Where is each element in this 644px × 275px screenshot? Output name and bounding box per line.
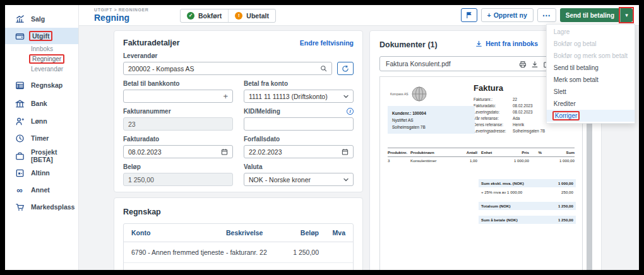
calendar-icon[interactable] — [342, 148, 349, 155]
sidebar: Salg Utgift Innboks Regninger Leverandør… — [5, 5, 79, 270]
pdf-cell-antall: 1,00 — [460, 158, 477, 163]
amount-value: 1 250,00 — [128, 176, 154, 184]
documents-title: Dokumenter (1) — [379, 40, 438, 49]
invoice-date-label: Fakturadato — [123, 136, 159, 143]
status-badge-label: Bokført — [198, 12, 222, 20]
sidebar-item-label: Regnskap — [31, 81, 63, 89]
sidebar-item-regnskap[interactable]: Regnskap — [5, 77, 78, 93]
send-to-payment-label: Send til betaling — [560, 8, 620, 22]
sidebar-subitem-innboks[interactable]: Innboks — [5, 44, 78, 54]
sidebar-item-annet[interactable]: ∞ Annet — [5, 182, 78, 198]
info-icon[interactable]: i — [347, 108, 354, 115]
pdf-col-pct: % — [529, 150, 542, 155]
chevron-down-icon — [343, 95, 349, 98]
sidebar-item-salg[interactable]: Salg — [5, 11, 78, 27]
download-icon[interactable] — [531, 61, 539, 68]
pdf-col-sum: Sum — [542, 150, 575, 155]
supplier-value: 200002 - Kompass AS — [128, 65, 194, 73]
print-icon[interactable] — [519, 61, 527, 68]
kid-message-input[interactable] — [244, 117, 354, 131]
document-file-name: Faktura Konsulent.pdf — [386, 60, 451, 67]
menu-item-slett[interactable]: Slett — [547, 86, 635, 98]
add-account-icon[interactable]: + — [223, 91, 228, 101]
pdf-total-value: 250,00 — [561, 190, 573, 194]
supplier-history-button[interactable] — [337, 62, 354, 75]
invoice-date-input[interactable]: 08.02.2023 — [123, 145, 233, 158]
pdf-cell-produktnavn: Konsulenttimer — [410, 158, 460, 163]
pdf-info-label: Fakturanr.: — [474, 97, 513, 103]
app-window: Salg Utgift Innboks Regninger Leverandør… — [5, 5, 639, 270]
sidebar-item-prosjekt[interactable]: Prosjekt [BETA] — [5, 148, 78, 164]
pdf-cell-sum: 1 000,00 — [542, 158, 575, 163]
menu-item-krediter[interactable]: Krediter — [547, 98, 635, 110]
menu-item-merk-som-betalt[interactable]: Merk som betalt — [547, 74, 635, 86]
menu-item-send-til-betaling[interactable]: Send til betaling — [547, 62, 635, 74]
person-icon — [15, 116, 25, 126]
pdf-info-label: Deres referanse: — [474, 122, 513, 128]
create-new-button[interactable]: + Opprett ny — [481, 8, 534, 22]
infinity-icon: ∞ — [15, 185, 25, 195]
create-new-label: Opprett ny — [494, 11, 527, 19]
sidebar-item-altinn[interactable]: Altinn — [5, 165, 78, 181]
table-row[interactable]: 200002 - Kompass AS *200002 - Kompass AS… — [124, 263, 353, 270]
ellipsis-icon: ⋯ — [542, 11, 551, 20]
pdf-info-value: 08.02.2023 — [513, 109, 545, 115]
sidebar-subitem-regninger[interactable]: Regninger — [5, 54, 78, 64]
sidebar-item-lonn[interactable]: Lønn — [5, 113, 78, 129]
screenshot-frame: Salg Utgift Innboks Regninger Leverandør… — [0, 0, 644, 275]
comment-flag-button[interactable] — [461, 8, 477, 22]
pdf-col-produktnr: Produktnr. — [388, 150, 410, 155]
accounting-title: Regnskap — [123, 208, 161, 216]
currency-select[interactable]: NOK - Norske kroner — [244, 173, 354, 186]
pdf-customer-box: Kundenr.: 100004 Nystiftet AS Solheimsga… — [388, 106, 475, 134]
accounting-table-header: Konto Beskrivelse Beløp Mva — [124, 224, 353, 242]
sidebar-item-label: Lønn — [31, 117, 47, 125]
plus-icon: + — [487, 11, 491, 19]
menu-item-korriger[interactable]: Korriger — [547, 110, 635, 122]
pdf-invoice-info: Fakturanr.:22 Fakturadato:08.02.2023 Lev… — [474, 97, 545, 134]
more-options-button[interactable]: ⋯ — [537, 8, 556, 22]
fetch-from-inbox-link[interactable]: Hent fra innboks — [475, 40, 538, 47]
pdf-logo: Kompass AS — [390, 86, 427, 102]
supplier-input[interactable]: 200002 - Kompass AS — [123, 62, 332, 75]
flag-icon — [465, 11, 473, 19]
chevron-down-icon[interactable]: ▾ — [620, 8, 633, 22]
menu-item-bokfor-og-betal: Bokfør og betal — [547, 38, 635, 50]
amount-input: 1 250,00 — [123, 173, 233, 186]
calendar-icon[interactable] — [221, 148, 228, 155]
status-badges: ✓ Bokført ! Ubetalt — [180, 9, 276, 23]
col-mva: Mva — [319, 229, 345, 237]
breadcrumb: UTGIFT > REGNINGER — [94, 8, 148, 12]
cell-beskrivelse: - fakturanr. 22 — [226, 249, 275, 256]
edit-field-view-link[interactable]: Endre feltvisning — [300, 39, 354, 47]
topbar: UTGIFT > REGNINGER Regning ✓ Bokført ! U… — [79, 5, 639, 26]
sidebar-item-label: Markedsplass — [31, 203, 75, 211]
sidebar-item-bank[interactable]: Bank — [5, 95, 78, 112]
pdf-info-value: 22 — [513, 97, 545, 103]
table-row[interactable]: 6790 - Annen fremmed tjeneste - fakturan… — [124, 242, 353, 263]
pay-to-account-input[interactable]: + — [123, 90, 233, 103]
pdf-col-antall: Antall — [460, 150, 477, 155]
sidebar-item-utgift[interactable]: Utgift — [5, 28, 78, 44]
pdf-col-produktnavn: Produktnavn — [410, 150, 460, 155]
due-date-input[interactable]: 22.02.2023 — [244, 145, 354, 158]
clock-icon — [15, 133, 25, 143]
sidebar-subitem-label: Leverandør — [31, 66, 63, 73]
pdf-total-row: Sum ekskl. mva. (NOK) 1 000,00 — [479, 179, 576, 187]
sidebar-subitem-leverandor[interactable]: Leverandør — [5, 64, 78, 74]
alert-circle-icon: ! — [235, 12, 242, 20]
sidebar-item-label: Prosjekt [BETA] — [31, 148, 78, 163]
sidebar-item-timer[interactable]: Timer — [5, 130, 78, 146]
pdf-cell-pct — [529, 158, 542, 163]
pdf-customer-name: Nystiftet AS — [392, 117, 470, 124]
pdf-cell-enhet — [477, 158, 500, 163]
pdf-total-row: Totalsum (NOK) 1 250,00 — [479, 202, 576, 210]
pay-from-account-select[interactable]: 1111 11 11113 (Driftskonto) — [244, 90, 354, 103]
send-to-payment-button[interactable]: Send til betaling ▾ — [560, 8, 633, 22]
sidebar-item-label: Bank — [31, 100, 47, 107]
pdf-info-value: Solheimsgaten 7B — [513, 128, 545, 134]
download-icon — [475, 40, 482, 47]
sidebar-item-markedsplass[interactable]: Markedsplass — [5, 199, 78, 215]
pdf-customer-address: Solheimsgaten 7B — [392, 124, 470, 131]
chevron-down-icon — [343, 178, 349, 182]
